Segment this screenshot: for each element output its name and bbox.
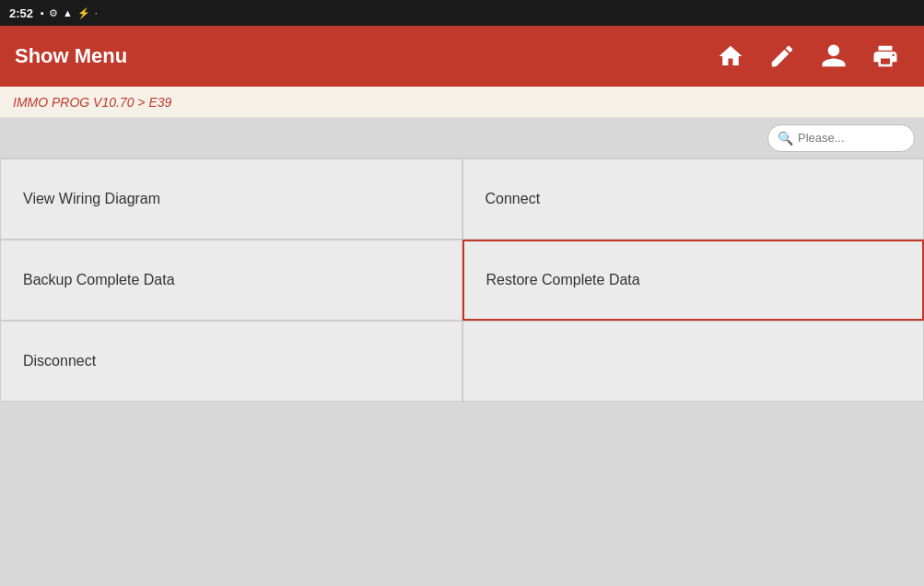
menu-cell-empty <box>462 321 925 402</box>
menu-grid: View Wiring Diagram Connect Backup Compl… <box>0 158 924 402</box>
main-content: www.car-auto-repair.com View Wiring Diag… <box>0 158 924 545</box>
header: Show Menu <box>0 26 924 87</box>
menu-cell-disconnect[interactable]: Disconnect <box>0 321 462 402</box>
menu-cell-label: Connect <box>485 191 541 207</box>
search-bar-row: 🔍 <box>0 118 924 158</box>
menu-cell-label: Backup Complete Data <box>23 272 175 288</box>
status-bar: 2:52 ▪ ⚙ ▲ ⚡ · <box>0 0 924 26</box>
status-icons: ▪ ⚙ ▲ ⚡ · <box>41 7 98 19</box>
user-icon <box>820 42 848 70</box>
edit-button[interactable] <box>758 32 806 80</box>
battery-icon: ▪ <box>41 7 44 18</box>
user-button[interactable] <box>810 32 858 80</box>
home-button[interactable] <box>707 32 754 80</box>
breadcrumb-bar: IMMO PROG V10.70 > E39 <box>0 87 924 118</box>
search-box[interactable]: 🔍 <box>767 124 915 152</box>
dot-icon: · <box>95 7 98 18</box>
menu-cell-label: Disconnect <box>23 353 96 369</box>
header-icon-group <box>707 32 909 80</box>
print-button[interactable] <box>861 32 909 80</box>
search-icon: 🔍 <box>778 131 793 146</box>
breadcrumb: IMMO PROG V10.70 > E39 <box>13 95 171 110</box>
signal-icon: ▲ <box>63 7 73 18</box>
home-icon <box>717 42 744 70</box>
header-title: Show Menu <box>15 44 127 68</box>
search-input[interactable] <box>798 131 905 145</box>
menu-cell-backup-complete-data[interactable]: Backup Complete Data <box>0 240 462 321</box>
menu-cell-restore-complete-data[interactable]: Restore Complete Data <box>462 240 925 321</box>
settings-icon: ⚙ <box>49 7 58 19</box>
empty-area <box>0 402 924 586</box>
edit-icon <box>768 42 796 70</box>
menu-cell-connect[interactable]: Connect <box>462 158 925 240</box>
bolt-icon: ⚡ <box>77 7 90 19</box>
status-time: 2:52 <box>9 6 33 20</box>
menu-cell-label: Restore Complete Data <box>486 272 640 288</box>
menu-cell-label: View Wiring Diagram <box>23 191 160 207</box>
menu-cell-view-wiring-diagram[interactable]: View Wiring Diagram <box>0 158 462 240</box>
print-icon <box>871 42 899 70</box>
